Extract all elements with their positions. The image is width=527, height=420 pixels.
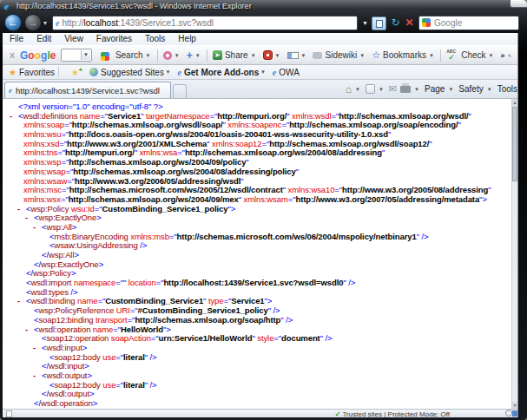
menu-help[interactable]: Help <box>178 34 196 45</box>
chevron-down-icon: ▼ <box>251 53 256 58</box>
tools-menu-button[interactable]: Tools <box>497 84 517 94</box>
xml-token: </ <box>42 389 49 398</box>
xml-token: wsdl:operation <box>41 398 93 408</box>
collapse-toggle[interactable]: - <box>25 325 28 335</box>
autofill-button[interactable]: ▼ <box>287 52 306 59</box>
address-host: localhost <box>83 18 117 28</box>
xml-token: xmlns:soapenc <box>227 120 281 129</box>
zoom-level-icon[interactable] <box>512 410 517 417</box>
xml-token: /> <box>273 305 280 315</box>
xml-token: http://schemas.xmlsoap.org/ws/2004/08/ad… <box>185 148 382 157</box>
xml-token: wsdl:binding <box>30 296 75 305</box>
zoom-magnifier-icon[interactable] <box>505 410 512 417</box>
xml-token: name <box>80 111 100 121</box>
toolbar-palette-button[interactable]: ▼ <box>163 51 180 60</box>
xml-token: > <box>87 371 91 380</box>
popup-blocker-button[interactable]: ▼ <box>263 50 280 60</box>
page-favicon: e <box>56 18 59 28</box>
xml-token: CustomBinding_Service1 <box>105 296 203 305</box>
xml-token: " <box>240 176 243 186</box>
toolbar-overflow-button[interactable]: » <box>501 51 505 60</box>
sidewiki-button[interactable]: Sidewiki ▼ <box>313 50 365 60</box>
xml-token: soap12:operation <box>46 333 109 343</box>
favorites-button[interactable]: Favorites <box>19 68 55 77</box>
menu-edit[interactable]: Edit <box>36 34 51 45</box>
compatibility-view-button[interactable] <box>372 16 386 30</box>
home-icon[interactable]: ⌂ <box>346 84 352 95</box>
menu-file[interactable]: File <box>10 34 23 45</box>
ie-page-icon: e <box>273 68 276 77</box>
share-label: Share <box>225 50 248 60</box>
xml-token: #CustomBinding_Service1_policy <box>138 305 268 315</box>
safety-menu-button[interactable]: Safety <box>458 84 483 94</box>
xml-token: > <box>267 296 272 305</box>
collapse-toggle[interactable]: - <box>17 205 20 214</box>
xml-token: " <box>246 157 248 167</box>
collapse-toggle[interactable]: - <box>33 223 36 233</box>
suggested-sites-icon <box>89 68 98 76</box>
status-bar: ✓Trusted sites | Protected Mode: Off <box>3 409 517 417</box>
feeds-icon[interactable] <box>366 84 375 94</box>
menu-view[interactable]: View <box>64 34 83 45</box>
window-title: http://localhost:1439/Service1.svc?wsdl … <box>16 2 252 10</box>
stop-button[interactable]: ✕ <box>403 16 416 30</box>
active-tab[interactable]: e http://localhost:1439/Service1.svc?wsd… <box>4 82 171 98</box>
toolbar-add-button[interactable]: + ▼ <box>187 51 201 60</box>
chevron-down-icon[interactable]: ▼ <box>414 87 419 92</box>
xml-view: ▲ ▼ <?xml version="1.0" encoding="utf-8"… <box>3 98 517 409</box>
toolbar-close-button[interactable]: X <box>10 51 15 60</box>
wrench-icon[interactable] <box>508 53 511 57</box>
collapse-toggle[interactable]: - <box>33 371 36 381</box>
collapse-toggle[interactable]: - <box>25 213 28 223</box>
get-more-addons-button[interactable]: Get More Add-ons <box>184 68 259 77</box>
owa-button[interactable]: OWA <box>279 68 300 77</box>
bookmarks-button[interactable]: ☆ Bookmarks ▼ <box>372 50 434 60</box>
xml-token: soap12:body <box>54 380 100 390</box>
menu-tools[interactable]: Tools <box>145 34 165 45</box>
share-button[interactable]: ➤ Share ▼ <box>213 50 256 60</box>
menu-favorites[interactable]: Favorites <box>96 34 132 45</box>
xml-token: wsdl:types <box>30 287 68 297</box>
xml-token: wsdl:input <box>46 343 82 352</box>
chevron-down-icon[interactable]: ▼ <box>379 87 384 92</box>
search-history-dropdown-icon[interactable]: ▼ <box>81 50 90 60</box>
spellcheck-button[interactable]: ABC✓ Check ▼ <box>446 50 493 61</box>
xml-token: http://tempuri.org/ <box>65 148 135 157</box>
refresh-button[interactable]: ↻ <box>389 16 402 30</box>
chevron-down-icon: ▼ <box>359 53 365 58</box>
xml-token: > <box>89 389 94 398</box>
xml-token: http://www.w3.org/2007/05/addressing/met… <box>296 194 480 204</box>
xml-token: wsp:Policy <box>33 268 71 278</box>
chevron-down-icon: ▼ <box>429 53 434 58</box>
mail-icon[interactable]: ✉ <box>389 84 397 94</box>
back-button[interactable]: ← <box>4 14 22 31</box>
page-menu-button[interactable]: Page <box>425 84 445 94</box>
search-box[interactable]: Google <box>418 16 519 30</box>
suggested-sites-button[interactable]: Suggested Sites <box>101 68 164 77</box>
collapse-toggle[interactable]: - <box>10 112 12 121</box>
print-icon[interactable] <box>400 86 411 93</box>
google-search-button[interactable]: Search ▼ <box>101 50 151 61</box>
chevron-down-icon[interactable]: ▼ <box>355 87 360 92</box>
google-search-input[interactable]: ▼ <box>61 49 91 62</box>
forward-button[interactable]: → <box>24 14 42 31</box>
google-logo-letter: o <box>28 49 34 62</box>
xml-token: wsp:PolicyReference <box>38 305 114 315</box>
xml-token: http://schemas.xmlsoap.org/wsdl/ <box>339 111 468 121</box>
address-dropdown-icon[interactable]: ▼ <box>359 16 371 30</box>
xml-token: > <box>71 268 76 278</box>
collapse-toggle[interactable]: - <box>33 344 36 353</box>
add-favorite-button[interactable]: ★+ <box>71 68 79 77</box>
new-tab-stub[interactable] <box>173 84 187 98</box>
xml-token: wsdl:operation <box>38 325 90 334</box>
google-logo-letter: e <box>50 49 56 62</box>
address-bar[interactable]: e http://localhost:1439/Service1.svc?wsd… <box>52 16 358 30</box>
collapse-toggle[interactable]: - <box>17 297 20 306</box>
plus-icon: + <box>187 51 193 60</box>
history-dropdown-icon[interactable]: ▾ <box>43 19 47 27</box>
xml-token: xmlns:soap <box>23 120 64 129</box>
minimize-button[interactable] <box>510 0 527 8</box>
xml-token: > <box>482 194 486 204</box>
xml-token: </ <box>42 361 49 371</box>
bookmarks-label: Bookmarks <box>383 50 426 60</box>
